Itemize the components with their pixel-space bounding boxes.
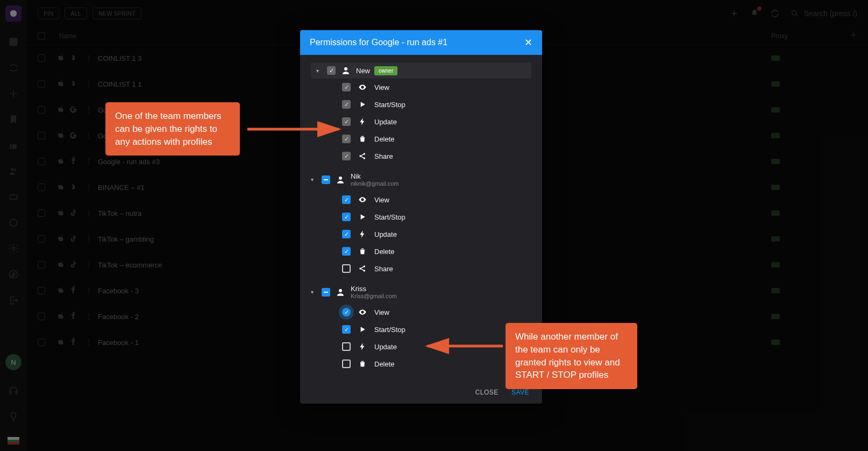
user-permission-block: ▾ New owner View bbox=[311, 62, 531, 165]
trash-icon bbox=[358, 135, 367, 143]
close-icon[interactable]: ✕ bbox=[524, 37, 532, 48]
permission-checkbox[interactable] bbox=[342, 152, 351, 160]
permission-checkbox[interactable] bbox=[342, 308, 351, 316]
close-button[interactable]: CLOSE bbox=[475, 389, 499, 396]
user-header: ▾ Nik niknik@gmail.com bbox=[311, 168, 531, 191]
svg-point-14 bbox=[339, 177, 342, 180]
svg-point-18 bbox=[339, 289, 342, 292]
permission-row: Share bbox=[342, 260, 531, 277]
permission-checkbox[interactable] bbox=[342, 213, 351, 221]
permission-label: Delete bbox=[374, 135, 395, 143]
user-permission-block: ▾ Kriss Kriss@gmail.com View bbox=[311, 280, 531, 372]
permission-checkbox[interactable] bbox=[342, 230, 351, 238]
eye-icon bbox=[358, 83, 367, 91]
callout-1: One of the team members can be given the… bbox=[105, 102, 240, 156]
permission-row: Start/Stop bbox=[342, 208, 531, 226]
bolt-icon bbox=[358, 342, 367, 351]
permission-checkbox[interactable] bbox=[342, 195, 351, 204]
user-master-checkbox[interactable] bbox=[322, 175, 330, 184]
share-icon bbox=[358, 152, 367, 160]
eye-icon bbox=[358, 308, 367, 316]
user-name: Nik bbox=[351, 172, 361, 180]
user-master-checkbox[interactable] bbox=[322, 288, 330, 297]
modal-header: Permissions for Google - run ads #1 ✕ bbox=[300, 30, 542, 55]
owner-badge: owner bbox=[374, 66, 397, 75]
user-icon bbox=[341, 66, 351, 75]
play-icon bbox=[358, 100, 367, 109]
play-icon bbox=[358, 213, 367, 221]
permission-label: Delete bbox=[374, 360, 395, 368]
trash-icon bbox=[358, 247, 367, 256]
permission-checkbox[interactable] bbox=[342, 247, 351, 256]
permission-checkbox[interactable] bbox=[342, 264, 351, 273]
permission-row: Delete bbox=[342, 130, 531, 147]
permission-row: View bbox=[342, 191, 531, 208]
permission-label: Start/Stop bbox=[374, 101, 405, 109]
permission-label: Delete bbox=[374, 248, 395, 256]
user-email: niknik@gmail.com bbox=[351, 180, 399, 187]
permission-row: Update bbox=[342, 113, 531, 130]
user-name: New bbox=[356, 67, 370, 75]
user-header: ▾ Kriss Kriss@gmail.com bbox=[311, 280, 531, 304]
permission-checkbox[interactable] bbox=[342, 360, 351, 368]
trash-icon bbox=[358, 360, 367, 368]
permission-label: Share bbox=[374, 152, 393, 160]
permission-label: View bbox=[374, 83, 389, 91]
modal-title: Permissions for Google - run ads #1 bbox=[310, 38, 447, 47]
permission-row: Delete bbox=[342, 243, 531, 260]
user-header: ▾ New owner bbox=[311, 62, 531, 79]
expand-caret[interactable]: ▾ bbox=[316, 68, 322, 74]
arrow-1 bbox=[247, 121, 344, 139]
permission-label: Start/Stop bbox=[374, 213, 405, 221]
save-button[interactable]: SAVE bbox=[511, 389, 529, 396]
expand-caret[interactable]: ▾ bbox=[311, 289, 316, 295]
share-icon bbox=[358, 264, 367, 273]
permission-row: Start/Stop bbox=[342, 96, 531, 113]
permission-row: View bbox=[342, 304, 531, 321]
permission-label: Update bbox=[374, 343, 397, 351]
user-permission-block: ▾ Nik niknik@gmail.com View bbox=[311, 168, 531, 277]
eye-icon bbox=[358, 195, 367, 204]
user-master-checkbox[interactable] bbox=[327, 66, 336, 75]
permission-row: Start/Stop bbox=[342, 321, 531, 338]
permission-row: Update bbox=[342, 226, 531, 243]
user-email: Kriss@gmail.com bbox=[351, 293, 397, 299]
play-icon bbox=[358, 325, 367, 334]
bolt-icon bbox=[358, 117, 367, 126]
permission-label: Share bbox=[374, 265, 393, 273]
permission-checkbox[interactable] bbox=[342, 325, 351, 334]
expand-caret[interactable]: ▾ bbox=[311, 177, 316, 182]
permission-label: Update bbox=[374, 118, 397, 126]
user-name: Kriss bbox=[351, 285, 366, 293]
svg-point-10 bbox=[344, 67, 347, 71]
permission-label: Start/Stop bbox=[374, 326, 405, 334]
permission-checkbox[interactable] bbox=[342, 342, 351, 351]
permission-label: View bbox=[374, 196, 389, 204]
arrow-2 bbox=[425, 338, 506, 356]
bolt-icon bbox=[358, 230, 367, 238]
callout-2: While another member of the team can onl… bbox=[506, 323, 637, 389]
permission-row: Delete bbox=[342, 355, 531, 372]
permission-row: View bbox=[342, 79, 531, 96]
user-icon bbox=[336, 175, 345, 185]
permission-checkbox[interactable] bbox=[342, 83, 351, 91]
permission-label: View bbox=[374, 308, 389, 316]
permission-checkbox[interactable] bbox=[342, 100, 351, 109]
user-icon bbox=[336, 287, 345, 297]
permission-row: Share bbox=[342, 147, 531, 165]
permission-label: Update bbox=[374, 230, 397, 238]
